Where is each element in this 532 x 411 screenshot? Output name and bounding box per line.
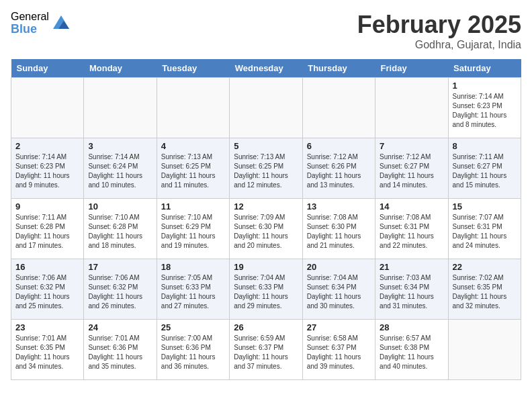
table-cell: 28Sunrise: 6:57 AM Sunset: 6:38 PM Dayli… [375,320,448,380]
col-thursday: Thursday [302,59,375,78]
day-info: Sunrise: 7:02 AM Sunset: 6:35 PM Dayligh… [453,273,517,311]
week-row-2: 2Sunrise: 7:14 AM Sunset: 6:23 PM Daylig… [11,138,521,199]
day-info: Sunrise: 7:12 AM Sunset: 6:26 PM Dayligh… [307,152,371,190]
day-info: Sunrise: 7:00 AM Sunset: 6:36 PM Dayligh… [161,334,225,371]
day-number: 12 [234,201,298,212]
day-info: Sunrise: 7:07 AM Sunset: 6:31 PM Dayligh… [453,213,517,250]
logo: General Blue [11,11,71,36]
title-area: February 2025 Godhra, Gujarat, India [357,11,521,51]
day-number: 6 [307,141,371,151]
logo-blue: Blue [11,23,49,36]
day-number: 3 [88,141,152,151]
week-row-4: 16Sunrise: 7:06 AM Sunset: 6:32 PM Dayli… [11,259,521,320]
day-number: 2 [15,141,79,151]
day-number: 27 [307,322,371,332]
table-cell [11,78,84,138]
day-info: Sunrise: 7:03 AM Sunset: 6:34 PM Dayligh… [380,273,443,311]
col-wednesday: Wednesday [230,59,302,78]
day-info: Sunrise: 6:58 AM Sunset: 6:37 PM Dayligh… [307,334,371,371]
table-cell: 22Sunrise: 7:02 AM Sunset: 6:35 PM Dayli… [448,259,521,320]
col-saturday: Saturday [448,59,521,78]
day-number: 11 [161,201,225,212]
day-number: 18 [161,262,225,272]
table-cell: 21Sunrise: 7:03 AM Sunset: 6:34 PM Dayli… [375,259,448,320]
table-cell: 11Sunrise: 7:10 AM Sunset: 6:29 PM Dayli… [157,199,229,259]
table-cell [375,78,448,138]
day-number: 23 [15,322,79,332]
day-info: Sunrise: 7:08 AM Sunset: 6:30 PM Dayligh… [307,213,371,250]
table-cell: 10Sunrise: 7:10 AM Sunset: 6:28 PM Dayli… [84,199,157,259]
day-info: Sunrise: 6:57 AM Sunset: 6:38 PM Dayligh… [380,334,443,371]
table-cell [448,320,521,380]
table-cell: 16Sunrise: 7:06 AM Sunset: 6:32 PM Dayli… [11,259,84,320]
col-monday: Monday [84,59,157,78]
day-number: 5 [234,141,298,151]
day-info: Sunrise: 7:14 AM Sunset: 6:24 PM Dayligh… [88,152,152,190]
table-cell: 23Sunrise: 7:01 AM Sunset: 6:35 PM Dayli… [11,320,84,380]
day-number: 15 [453,201,517,212]
table-cell: 9Sunrise: 7:11 AM Sunset: 6:28 PM Daylig… [11,199,84,259]
day-info: Sunrise: 7:10 AM Sunset: 6:29 PM Dayligh… [161,213,225,250]
day-info: Sunrise: 7:05 AM Sunset: 6:33 PM Dayligh… [161,273,225,311]
logo-general: General [11,11,49,23]
table-cell: 13Sunrise: 7:08 AM Sunset: 6:30 PM Dayli… [302,199,375,259]
day-number: 4 [161,141,225,151]
table-cell: 5Sunrise: 7:13 AM Sunset: 6:25 PM Daylig… [230,138,302,199]
day-info: Sunrise: 7:01 AM Sunset: 6:36 PM Dayligh… [88,334,152,371]
day-number: 16 [15,262,79,272]
table-cell [84,78,157,138]
logo-icon [52,14,71,33]
table-cell: 12Sunrise: 7:09 AM Sunset: 6:30 PM Dayli… [230,199,302,259]
day-number: 26 [234,322,298,332]
table-cell: 2Sunrise: 7:14 AM Sunset: 6:23 PM Daylig… [11,138,84,199]
table-cell: 14Sunrise: 7:08 AM Sunset: 6:31 PM Dayli… [375,199,448,259]
week-row-5: 23Sunrise: 7:01 AM Sunset: 6:35 PM Dayli… [11,320,521,380]
calendar-subtitle: Godhra, Gujarat, India [357,39,521,51]
day-info: Sunrise: 7:14 AM Sunset: 6:23 PM Dayligh… [453,92,517,130]
day-info: Sunrise: 7:11 AM Sunset: 6:27 PM Dayligh… [453,152,517,190]
table-cell: 4Sunrise: 7:13 AM Sunset: 6:25 PM Daylig… [157,138,229,199]
day-number: 24 [88,322,152,332]
day-number: 13 [307,201,371,212]
day-number: 19 [234,262,298,272]
table-cell: 19Sunrise: 7:04 AM Sunset: 6:33 PM Dayli… [230,259,302,320]
day-number: 8 [453,141,517,151]
table-cell [302,78,375,138]
table-cell: 3Sunrise: 7:14 AM Sunset: 6:24 PM Daylig… [84,138,157,199]
table-cell [230,78,302,138]
table-cell: 1Sunrise: 7:14 AM Sunset: 6:23 PM Daylig… [448,78,521,138]
table-cell: 24Sunrise: 7:01 AM Sunset: 6:36 PM Dayli… [84,320,157,380]
day-number: 21 [380,262,443,272]
table-cell: 20Sunrise: 7:04 AM Sunset: 6:34 PM Dayli… [302,259,375,320]
day-number: 20 [307,262,371,272]
day-number: 1 [453,81,517,91]
day-number: 22 [453,262,517,272]
col-friday: Friday [375,59,448,78]
page-header: General Blue February 2025 Godhra, Gujar… [11,11,521,51]
calendar-table: Sunday Monday Tuesday Wednesday Thursday… [11,59,521,380]
day-number: 17 [88,262,152,272]
table-cell: 18Sunrise: 7:05 AM Sunset: 6:33 PM Dayli… [157,259,229,320]
day-info: Sunrise: 7:10 AM Sunset: 6:28 PM Dayligh… [88,213,152,250]
table-cell: 26Sunrise: 6:59 AM Sunset: 6:37 PM Dayli… [230,320,302,380]
table-cell: 17Sunrise: 7:06 AM Sunset: 6:32 PM Dayli… [84,259,157,320]
day-info: Sunrise: 7:06 AM Sunset: 6:32 PM Dayligh… [15,273,79,311]
week-row-3: 9Sunrise: 7:11 AM Sunset: 6:28 PM Daylig… [11,199,521,259]
table-cell: 25Sunrise: 7:00 AM Sunset: 6:36 PM Dayli… [157,320,229,380]
day-number: 10 [88,201,152,212]
day-info: Sunrise: 7:09 AM Sunset: 6:30 PM Dayligh… [234,213,298,250]
day-info: Sunrise: 7:11 AM Sunset: 6:28 PM Dayligh… [15,213,79,250]
day-info: Sunrise: 7:04 AM Sunset: 6:34 PM Dayligh… [307,273,371,311]
day-info: Sunrise: 7:08 AM Sunset: 6:31 PM Dayligh… [380,213,443,250]
day-info: Sunrise: 6:59 AM Sunset: 6:37 PM Dayligh… [234,334,298,371]
day-info: Sunrise: 7:12 AM Sunset: 6:27 PM Dayligh… [380,152,443,190]
day-number: 28 [380,322,443,332]
day-info: Sunrise: 7:13 AM Sunset: 6:25 PM Dayligh… [234,152,298,190]
col-tuesday: Tuesday [157,59,229,78]
day-info: Sunrise: 7:13 AM Sunset: 6:25 PM Dayligh… [161,152,225,190]
table-cell: 8Sunrise: 7:11 AM Sunset: 6:27 PM Daylig… [448,138,521,199]
table-cell: 6Sunrise: 7:12 AM Sunset: 6:26 PM Daylig… [302,138,375,199]
calendar-title: February 2025 [357,11,521,39]
day-number: 25 [161,322,225,332]
table-cell: 7Sunrise: 7:12 AM Sunset: 6:27 PM Daylig… [375,138,448,199]
